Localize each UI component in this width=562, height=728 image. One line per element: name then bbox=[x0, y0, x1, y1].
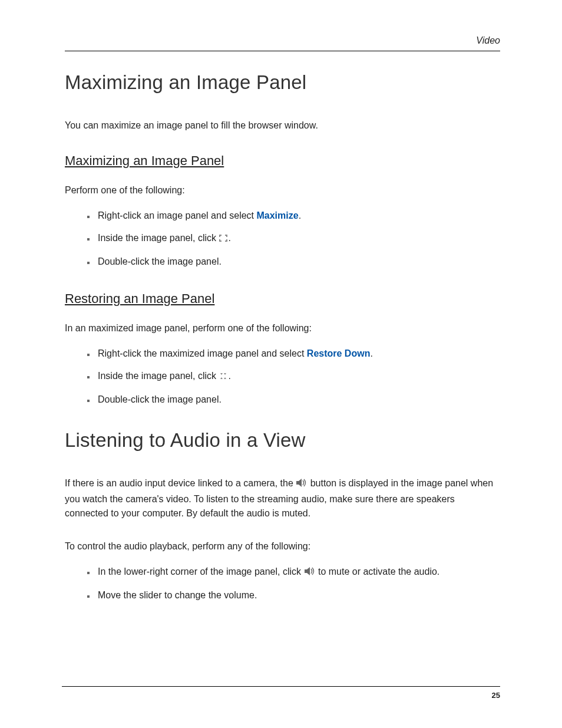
list-item: Double-click the image panel. bbox=[95, 393, 500, 407]
svg-marker-2 bbox=[220, 377, 223, 379]
list-item: Right-click the maximized image panel an… bbox=[95, 347, 500, 361]
list-item: Inside the image panel, click . bbox=[95, 231, 500, 246]
maximize-icon bbox=[219, 232, 228, 246]
svg-marker-5 bbox=[305, 567, 310, 575]
section2-lead: To control the audio playback, perform a… bbox=[65, 541, 500, 552]
page-number: 25 bbox=[492, 691, 500, 700]
list-item: Right-click an image panel and select Ma… bbox=[95, 209, 500, 223]
text: Right-click the maximized image panel an… bbox=[98, 348, 307, 358]
text: . bbox=[228, 233, 230, 243]
list-item: In the lower-right corner of the image p… bbox=[95, 565, 500, 580]
page: Video Maximizing an Image Panel You can … bbox=[0, 0, 562, 728]
text: In the lower-right corner of the image p… bbox=[98, 566, 304, 577]
text: If there is an audio input device linked… bbox=[65, 478, 296, 488]
subheading-maximizing: Maximizing an Image Panel bbox=[65, 153, 500, 169]
text: Inside the image panel, click bbox=[98, 233, 219, 243]
section2-para: If there is an audio input device linked… bbox=[65, 476, 500, 521]
svg-marker-3 bbox=[224, 377, 226, 379]
header-rule bbox=[65, 51, 500, 51]
list-item: Move the slider to change the volume. bbox=[95, 588, 500, 602]
text: Right-click an image panel and select bbox=[98, 210, 256, 220]
text: . bbox=[228, 371, 230, 381]
sub2-list: Right-click the maximized image panel an… bbox=[65, 347, 500, 407]
sub2-lead: In an maximized image panel, perform one… bbox=[65, 323, 500, 334]
text: Inside the image panel, click bbox=[98, 371, 219, 381]
keyword-restore-down: Restore Down bbox=[307, 348, 371, 358]
restore-icon bbox=[219, 370, 228, 384]
text: . bbox=[370, 348, 372, 358]
speaker-icon bbox=[304, 566, 316, 580]
section-title-maximizing: Maximizing an Image Panel bbox=[65, 71, 500, 94]
section1-intro: You can maximize an image panel to fill … bbox=[65, 118, 500, 133]
sub1-lead: Perform one of the following: bbox=[65, 185, 500, 196]
speaker-icon bbox=[296, 477, 308, 492]
section-title-audio: Listening to Audio in a View bbox=[65, 429, 500, 452]
text: to mute or activate the audio. bbox=[316, 566, 440, 577]
keyword-maximize: Maximize bbox=[256, 210, 298, 220]
svg-marker-4 bbox=[296, 479, 302, 487]
svg-marker-1 bbox=[224, 373, 226, 375]
text: . bbox=[299, 210, 301, 220]
subheading-restoring: Restoring an Image Panel bbox=[65, 291, 500, 307]
section2-list: In the lower-right corner of the image p… bbox=[65, 565, 500, 602]
list-item: Inside the image panel, click . bbox=[95, 369, 500, 384]
sub1-list: Right-click an image panel and select Ma… bbox=[65, 209, 500, 269]
svg-marker-0 bbox=[220, 373, 223, 375]
footer-rule bbox=[62, 686, 500, 687]
running-header: Video bbox=[65, 35, 500, 46]
list-item: Double-click the image panel. bbox=[95, 255, 500, 269]
